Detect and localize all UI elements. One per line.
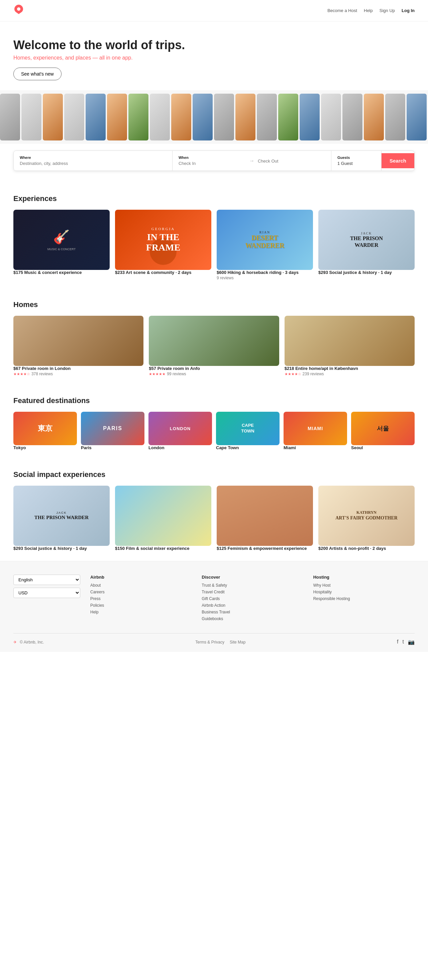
collage-item [214, 94, 234, 140]
social-price-art: $200 Artists & non-profit · 2 days [318, 546, 415, 551]
footer-link-press[interactable]: Press [90, 597, 192, 601]
checkin-group: When [178, 156, 246, 166]
collage-item [235, 94, 255, 140]
destination-image-london: LONDON [148, 412, 212, 445]
home-image-anfo [149, 316, 279, 366]
copyright-text: © Airbnb, Inc. [20, 640, 44, 644]
social-card-beach[interactable]: $150 Film & social mixer experience [115, 486, 211, 551]
destination-card-seoul[interactable]: 서울 Seoul [351, 412, 415, 450]
social-desc-empowerment: Feminism & empowerment experience [228, 546, 307, 551]
social-card-art[interactable]: KATHRYN ART'S FAIRY GODMOTHER $200 Artis… [318, 486, 415, 551]
guests-select[interactable]: 1 Guest 2 Guests 3 Guests [337, 161, 375, 166]
social-card-prison[interactable]: JACK THE PRISON WARDER $293 Social justi… [13, 486, 110, 551]
destination-image-capetown: CAPETOWN [216, 412, 280, 445]
destination-label-paris: Paris [81, 445, 145, 450]
collage-item [64, 94, 84, 140]
homes-title: Homes [13, 301, 415, 309]
collage-item [150, 94, 170, 140]
home-card-london[interactable]: $67 Private room in London ★★★★☆ 378 rev… [13, 316, 143, 376]
experience-card-music[interactable]: 🎸 MUSIC & CONCERT $175 Music & concert e… [13, 210, 110, 280]
hero-title: Welcome to the world of trips. [13, 38, 415, 52]
footer-logo-icon: ✈ [13, 640, 17, 644]
footer-discover-col: Discover Trust & Safety Travel Credit Gi… [202, 574, 303, 623]
home-card-anfo[interactable]: $57 Private room in Anfo ★★★★★ 99 review… [149, 316, 279, 376]
site-map-link[interactable]: Site Map [230, 640, 245, 644]
footer-link-travel-credit[interactable]: Travel Credit [202, 590, 303, 594]
help-link[interactable]: Help [364, 8, 373, 13]
destination-label-miami: Miami [283, 445, 347, 450]
checkin-input[interactable] [178, 161, 246, 166]
become-host-link[interactable]: Become a Host [327, 8, 357, 13]
destination-image-seoul: 서울 [351, 412, 415, 445]
language-select[interactable]: English [13, 574, 80, 585]
experience-desc: Music & concert experience [24, 270, 82, 275]
collage-item [107, 94, 127, 140]
see-whats-new-button[interactable]: See what's new [13, 68, 62, 80]
footer-discover-title: Discover [202, 574, 303, 580]
footer-link-help[interactable]: Help [90, 610, 192, 614]
footer-hosting-col: Hosting Why Host Hospitality Responsible… [313, 574, 415, 623]
social-card-empowerment[interactable]: $125 Feminism & empowerment experience [217, 486, 313, 551]
experiences-section: Experiences 🎸 MUSIC & CONCERT $175 Music… [0, 184, 428, 290]
nav-links: Become a Host Help Sign Up Log In [327, 8, 415, 13]
collage-item [385, 94, 405, 140]
footer-hosting-title: Hosting [313, 574, 415, 580]
experience-card-desert[interactable]: RIAN DESERTWANDERER $600 Hiking & horseb… [217, 210, 313, 280]
footer-link-why-host[interactable]: Why Host [313, 583, 415, 588]
experience-card-prison[interactable]: JACK THE PRISONWARDER $293 Social justic… [318, 210, 415, 280]
terms-privacy-link[interactable]: Terms & Privacy [195, 640, 224, 644]
experience-image-georgia: GEORGIA IN THEFRAME [115, 210, 211, 270]
social-impact-section: Social impact experiences JACK THE PRISO… [0, 460, 428, 561]
footer-link-responsible[interactable]: Responsible Hosting [313, 597, 415, 601]
collage-item [0, 94, 20, 140]
experience-card-georgia[interactable]: GEORGIA IN THEFRAME $233 Art scene & com… [115, 210, 211, 280]
home-rating-london: ★★★★☆ 378 reviews [13, 371, 143, 376]
destination-card-miami[interactable]: MIAMI Miami [283, 412, 347, 450]
twitter-icon[interactable]: t [403, 639, 404, 645]
footer-link-business[interactable]: Business Travel [202, 610, 303, 614]
experience-reviews-desert: 9 reviews [217, 275, 313, 280]
destination-image-tokyo: 東京 [13, 412, 77, 445]
checkout-input[interactable] [258, 159, 325, 164]
facebook-icon[interactable]: f [397, 639, 398, 645]
footer-link-guidebooks[interactable]: Guidebooks [202, 616, 303, 621]
hero-subtitle-post: one app. [110, 55, 133, 60]
footer-airbnb-title: Airbnb [90, 574, 192, 580]
instagram-icon[interactable]: 📷 [408, 639, 415, 645]
destination-card-capetown[interactable]: CAPETOWN Cape Town [216, 412, 280, 450]
footer-link-action[interactable]: Airbnb Action [202, 603, 303, 608]
collage-item [21, 94, 41, 140]
login-link[interactable]: Log In [402, 8, 415, 13]
currency-select[interactable]: USD [13, 588, 80, 598]
collage-item [364, 94, 384, 140]
destination-card-london[interactable]: LONDON London [148, 412, 212, 450]
experience-image-desert: RIAN DESERTWANDERER [217, 210, 313, 270]
guests-field: Guests 1 Guest 2 Guests 3 Guests [331, 151, 382, 170]
logo[interactable] [13, 4, 24, 17]
footer-link-gift-cards[interactable]: Gift Cards [202, 597, 303, 601]
footer-social-icons: f t 📷 [397, 639, 415, 645]
experience-price-desert: $600 Hiking & horseback riding · 3 days [217, 270, 313, 275]
when-field: When → [173, 151, 331, 170]
home-card-kobenhavn[interactable]: $218 Entire home/apt in København ★★★★☆ … [285, 316, 415, 376]
experience-price: $175 Music & concert experience [13, 270, 110, 275]
footer-link-policies[interactable]: Policies [90, 603, 192, 608]
social-price-empowerment: $125 Feminism & empowerment experience [217, 546, 313, 551]
footer-link-hospitality[interactable]: Hospitality [313, 590, 415, 594]
footer-link-trust[interactable]: Trust & Safety [202, 583, 303, 588]
destination-card-paris[interactable]: PARIS Paris [81, 412, 145, 450]
airbnb-logo-icon [13, 4, 24, 15]
destinations-grid: 東京 Tokyo PARIS Paris LONDON London CAPET… [13, 412, 415, 450]
destination-input[interactable] [20, 161, 166, 166]
experience-image-music: 🎸 MUSIC & CONCERT [13, 210, 110, 270]
footer-link-careers[interactable]: Careers [90, 590, 192, 594]
experience-image-prison: JACK THE PRISONWARDER [318, 210, 415, 270]
social-impact-grid: JACK THE PRISON WARDER $293 Social justi… [13, 486, 415, 551]
collage-item [278, 94, 298, 140]
destination-card-tokyo[interactable]: 東京 Tokyo [13, 412, 77, 450]
experiences-grid: 🎸 MUSIC & CONCERT $175 Music & concert e… [13, 210, 415, 280]
footer-link-about[interactable]: About [90, 583, 192, 588]
homes-grid: $67 Private room in London ★★★★☆ 378 rev… [13, 316, 415, 376]
signup-link[interactable]: Sign Up [380, 8, 395, 13]
search-button[interactable]: Search [382, 153, 414, 168]
